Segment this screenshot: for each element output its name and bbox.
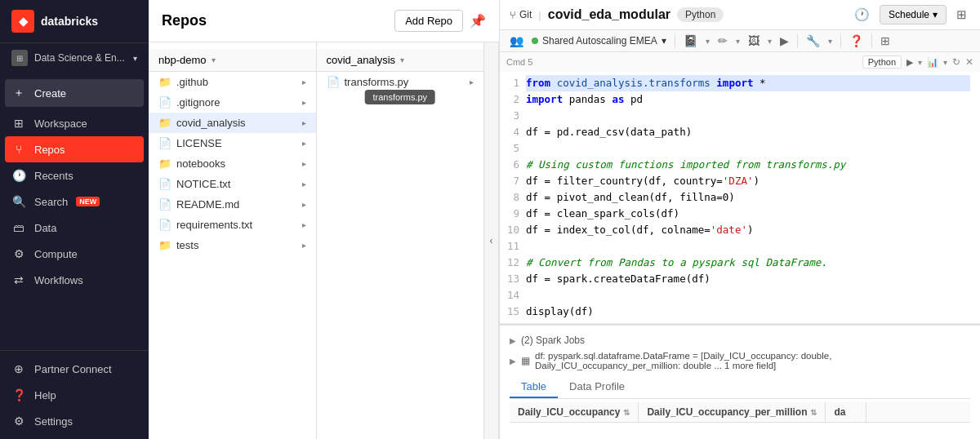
org-icon: ⊞ xyxy=(11,50,28,66)
editor-panel: ⑂ Git | covid_eda_modular Python 🕐 Sched… xyxy=(500,0,980,439)
cell-close-icon[interactable]: ✕ xyxy=(965,56,973,68)
file-icon: 📄 xyxy=(158,96,172,109)
sidebar-item-label: Compute xyxy=(34,248,78,260)
search-icon: 🔍 xyxy=(11,195,26,208)
folder-dropdown-arrow[interactable]: ▾ xyxy=(400,55,404,64)
sidebar: ◆ databricks ⊞ Data Science & En... ▾ ＋ … xyxy=(0,0,149,439)
list-item[interactable]: 📁 .github ▸ xyxy=(149,72,316,92)
code-lines: from covid_analysis.transforms import * … xyxy=(526,75,980,320)
cell-run-icon[interactable]: ▶ xyxy=(906,57,913,68)
schedule-button[interactable]: Schedule ▾ xyxy=(880,5,947,24)
code-line: # Using custom functions imported from t… xyxy=(526,157,970,173)
sort-icon[interactable]: ⇅ xyxy=(810,408,817,417)
list-item[interactable]: 📄 .gitignore ▸ xyxy=(149,92,316,113)
help-icon[interactable]: ❓ xyxy=(849,34,863,47)
git-label: Git xyxy=(519,9,532,20)
notebook-icon[interactable]: 📓 xyxy=(684,34,697,47)
repos-title: Repos xyxy=(162,12,388,29)
separator xyxy=(797,33,798,48)
file-icon: 📄 xyxy=(158,137,172,149)
cluster-dropdown-arrow[interactable]: ▾ xyxy=(662,35,666,47)
users-icon: 👥 xyxy=(510,34,523,47)
compute-icon: ⚙ xyxy=(11,247,26,260)
sidebar-item-help[interactable]: ❓ Help xyxy=(0,382,149,408)
sidebar-bottom: ⊕ Partner Connect ❓ Help ⚙ Settings xyxy=(0,350,149,439)
repos-icon: ⑂ xyxy=(11,143,26,156)
repos-header: Repos Add Repo 📌 xyxy=(149,0,499,42)
file-expand-arrow: ▸ xyxy=(302,159,306,168)
list-item[interactable]: 📁 covid_analysis ▸ xyxy=(149,113,316,133)
sidebar-item-compute[interactable]: ⚙ Compute xyxy=(0,241,149,267)
file-expand-arrow: ▸ xyxy=(302,241,306,250)
sidebar-item-data[interactable]: 🗃 Data xyxy=(0,215,149,241)
add-repo-button[interactable]: Add Repo xyxy=(394,10,463,32)
cell-bar-chart-icon[interactable]: 📊 xyxy=(927,57,938,68)
sidebar-item-create[interactable]: ＋ Create xyxy=(5,79,144,107)
code-line: # Convert from Pandas to a pyspark sql D… xyxy=(526,255,970,271)
sidebar-item-workspace[interactable]: ⊞ Workspace xyxy=(0,110,149,136)
edit-icon[interactable]: ✏ xyxy=(718,34,728,47)
code-line: df = pivot_and_clean(df, fillna=0) xyxy=(526,189,970,206)
sidebar-item-recents[interactable]: 🕐 Recents xyxy=(0,162,149,188)
code-line xyxy=(526,140,970,157)
file-icon: 📄 xyxy=(158,178,172,190)
editor-subtoolbar: 👥 Shared Autoscaling EMEA ▾ 📓 ▾ ✏ ▾ 🖼 ▾ … xyxy=(500,30,980,52)
search-new-badge: NEW xyxy=(76,197,100,206)
spark-jobs-output[interactable]: ▶ (2) Spark Jobs xyxy=(510,332,970,348)
language-badge: Python xyxy=(677,7,724,22)
sidebar-item-settings[interactable]: ⚙ Settings xyxy=(0,408,149,434)
sidebar-item-label: Create xyxy=(34,87,66,100)
line-numbers: 12345 678910 1112131415 xyxy=(500,75,526,320)
help-icon: ❓ xyxy=(11,388,26,401)
list-item[interactable]: 📁 tests ▸ xyxy=(149,235,316,255)
repo-dropdown-arrow[interactable]: ▾ xyxy=(212,55,216,64)
play-icon[interactable]: ▶ xyxy=(780,34,789,47)
image-icon[interactable]: 🖼 xyxy=(748,34,760,47)
file-icon: 📄 xyxy=(327,76,340,88)
panel-divider[interactable]: ‹ xyxy=(484,42,499,439)
code-area: Cmd 5 Python ▶ ▾ 📊 ▾ ↻ ✕ 12345 678910 11… xyxy=(500,52,980,439)
sidebar-item-label: Settings xyxy=(34,415,73,428)
sidebar-item-label: Help xyxy=(34,389,56,401)
list-item[interactable]: 📁 notebooks ▸ xyxy=(149,153,316,174)
sidebar-item-partner-connect[interactable]: ⊕ Partner Connect xyxy=(0,356,149,382)
tab-table[interactable]: Table xyxy=(510,376,558,398)
file-tooltip: transforms.py xyxy=(364,90,435,104)
recents-icon: 🕐 xyxy=(11,169,26,182)
list-item[interactable]: 📄 requirements.txt ▸ xyxy=(149,215,316,235)
tab-data-profile[interactable]: Data Profile xyxy=(558,376,636,398)
repo-selector-header: nbp-demo ▾ xyxy=(149,49,316,72)
folder-icon: 📁 xyxy=(158,117,172,129)
sort-icon[interactable]: ⇅ xyxy=(623,408,630,417)
cell-run-dropdown[interactable]: ▾ xyxy=(918,58,922,67)
col-1-label: Daily_ICU_occupancy xyxy=(518,406,620,418)
sidebar-item-search[interactable]: 🔍 Search NEW xyxy=(0,188,149,215)
grid-icon[interactable]: ⊞ xyxy=(953,6,970,24)
code-line: from covid_analysis.transforms import * xyxy=(526,75,970,91)
list-item[interactable]: 📄 README.md ▸ xyxy=(149,194,316,215)
table-icon[interactable]: ⊞ xyxy=(880,34,890,47)
pin-icon[interactable]: 📌 xyxy=(470,13,486,29)
list-item[interactable]: 📄 LICENSE ▸ xyxy=(149,133,316,153)
cell-chart-dropdown[interactable]: ▾ xyxy=(943,58,947,67)
cell-refresh-icon[interactable]: ↻ xyxy=(952,56,960,68)
org-selector[interactable]: ⊞ Data Science & En... ▾ xyxy=(0,43,149,73)
cell-toolbar: Cmd 5 Python ▶ ▾ 📊 ▾ ↻ ✕ xyxy=(500,52,980,72)
tools-icon[interactable]: 🔧 xyxy=(806,34,820,47)
table-col-3: da xyxy=(826,402,866,422)
repo-name-label: nbp-demo xyxy=(158,54,207,66)
cluster-badge: Shared Autoscaling EMEA ▾ xyxy=(532,35,666,47)
sidebar-item-repos[interactable]: ⑂ Repos xyxy=(5,136,144,162)
file-expand-arrow: ▸ xyxy=(302,98,306,107)
covid-analysis-header: covid_analysis ▾ xyxy=(317,49,484,72)
file-expand-arrow: ▸ xyxy=(302,180,306,188)
dataframe-output[interactable]: ▶ ▦ df: pyspark.sql.dataframe.DataFrame … xyxy=(510,348,970,373)
sidebar-item-workflows[interactable]: ⇄ Workflows xyxy=(0,267,149,293)
code-line xyxy=(526,108,970,124)
sidebar-item-label: Recents xyxy=(34,170,74,182)
list-item[interactable]: 📄 NOTICE.txt ▸ xyxy=(149,174,316,194)
repos-content: nbp-demo ▾ 📁 .github ▸ 📄 .gitignore ▸ 📁 … xyxy=(149,42,499,439)
file-column-1: nbp-demo ▾ 📁 .github ▸ 📄 .gitignore ▸ 📁 … xyxy=(149,42,317,439)
clock-icon[interactable]: 🕐 xyxy=(851,6,873,24)
spark-jobs-expand-icon: ▶ xyxy=(510,336,516,345)
